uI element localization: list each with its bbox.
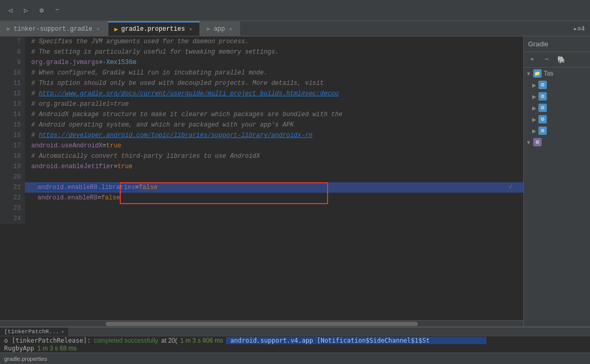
line-number-22: 22 <box>0 193 25 203</box>
gradle-panel-header: Gradle <box>524 36 590 52</box>
tab-app[interactable]: ▶ app ✕ <box>200 21 240 36</box>
code-line-19: 19android.enableJetifier=true <box>0 161 523 172</box>
tree-arrow-right-3: ▶ <box>532 105 536 111</box>
gradle-tree-item-2[interactable]: ▶ ⚙ <box>524 91 590 102</box>
gradle-tasks-folder-icon: 📁 <box>533 69 542 78</box>
line-number-10: 10 <box>0 68 25 78</box>
gradle-props-icon: ▶ <box>115 26 118 33</box>
line-code-7: # Specifies the JVM arguments used for t… <box>25 36 523 47</box>
code-line-16: 16# https://developer.android.com/topic/… <box>0 130 523 141</box>
tab-bar: ▶ tinker-support.gradle ✕ ▶ gradle.prope… <box>0 21 590 36</box>
code-line-20: 20 <box>0 172 523 182</box>
gradle-settings-icon: ⚙ <box>533 138 542 146</box>
code-line-22: 22android.enableR8 = false <box>0 193 523 203</box>
line-number-24: 24 <box>0 214 25 224</box>
line-number-8: 8 <box>0 47 25 57</box>
line-code-9: org.gradle.jvmargs=-Xmx1536m <box>25 57 523 68</box>
gradle-title: Gradle <box>528 40 548 48</box>
gradle-tree-item-1[interactable]: ▶ ⚙ <box>524 79 590 91</box>
line-code-22: android.enableR8 = false <box>25 193 523 203</box>
nav-back-button[interactable]: ◁ <box>4 4 17 17</box>
line-number-7: 7 <box>0 36 25 47</box>
log-status-1: completed successfully <box>94 337 158 344</box>
line-code-21: android.enableR8.libraries = false <box>25 182 523 193</box>
settings-button[interactable]: ⚙ <box>35 4 48 17</box>
tab-close-app[interactable]: ✕ <box>228 26 233 33</box>
scrollbar-thumb[interactable] <box>106 322 417 326</box>
status-bar: gradle.properties <box>0 353 590 364</box>
line-code-12: # http://www.gradle.org/docs/current/use… <box>25 89 523 99</box>
log-line-1: o [tinkerPatchRelease]: completed succes… <box>0 336 590 345</box>
line-number-23: 23 <box>0 203 25 214</box>
tab-label-active: gradle.properties <box>121 26 185 33</box>
line-code-16: # https://developer.android.com/topic/li… <box>25 130 523 141</box>
minimize-button[interactable]: − <box>51 4 64 17</box>
tree-arrow-right-2: ▶ <box>532 94 536 99</box>
tab-tinker-support-gradle[interactable]: ▶ tinker-support.gradle ✕ <box>0 21 108 36</box>
nav-forward-button[interactable]: ▷ <box>20 4 32 17</box>
gradle-tree-item-5[interactable]: ▶ ⚙ <box>524 125 590 136</box>
line-code-14: # AndroidX package structure to make it … <box>25 109 523 120</box>
horizontal-scrollbar[interactable] <box>0 320 523 327</box>
code-line-7: 7# Specifies the JVM arguments used for … <box>0 36 523 47</box>
tree-arrow-right-5: ▶ <box>532 128 536 134</box>
code-line-18: 18# Automatically convert third-party li… <box>0 151 523 161</box>
log-prefix-2: RugbyApp <box>4 345 34 352</box>
log-time-2: 1 m 3 s 68 ms <box>37 345 77 352</box>
line-number-9: 9 <box>0 57 25 68</box>
tab-gradle-properties[interactable]: ▶ gradle.properties ✕ <box>108 21 200 36</box>
line-code-13: # org.gradle.parallel=true <box>25 99 523 109</box>
line-code-15: # Android operating system, and which ar… <box>25 120 523 130</box>
gradle-tree-item-tasks[interactable]: ▼ 📁 Tas <box>524 68 590 79</box>
code-line-23: 23 <box>0 203 523 214</box>
tree-arrow-right-1: ▶ <box>532 82 536 88</box>
status-text: gradle.properties <box>4 356 47 362</box>
line-number-19: 19 <box>0 161 25 172</box>
log-suffix-1: at 20( <box>161 337 178 344</box>
line-code-10: # When configured, Gradle will run in in… <box>25 68 523 78</box>
bottom-tab-close[interactable]: ✕ <box>61 329 64 335</box>
code-line-17: 17android.useAndroidX=true <box>0 141 523 151</box>
gradle-tree-item-settings[interactable]: ▼ ⚙ <box>524 136 590 148</box>
gradle-subfolder-icon-4: ⚙ <box>538 115 547 123</box>
line-number-20: 20 <box>0 172 25 182</box>
line-code-20 <box>25 172 523 182</box>
tree-arrow-down-settings: ▼ <box>526 140 531 145</box>
code-lines-container: 7# Specifies the JVM arguments used for … <box>0 36 523 224</box>
bottom-panel: [tinkerPatchR... ✕ o [tinkerPatchRelease… <box>0 327 590 353</box>
line-number-13: 13 <box>0 99 25 109</box>
line-number-12: 12 <box>0 89 25 99</box>
tree-arrow-down: ▼ <box>526 71 531 77</box>
tab-close-gradle-props[interactable]: ✕ <box>188 26 193 33</box>
gradle-subfolder-icon-5: ⚙ <box>538 127 547 135</box>
bottom-tab-label: [tinkerPatchR... <box>4 329 59 335</box>
tab-overflow-button[interactable]: ▸≡4 <box>568 21 590 36</box>
line-number-18: 18 <box>0 151 25 161</box>
line-number-16: 16 <box>0 130 25 141</box>
tab-close-tinker[interactable]: ✕ <box>95 26 101 33</box>
tab-label-app: app <box>214 26 225 33</box>
gradle-subfolder-icon-2: ⚙ <box>538 92 547 101</box>
code-line-21: 21android.enableR8.libraries = false <box>0 182 523 193</box>
code-editor: 7# Specifies the JVM arguments used for … <box>0 36 523 320</box>
gradle-tree-item-3[interactable]: ▶ ⚙ <box>524 102 590 114</box>
gradle-subfolder-icon-1: ⚙ <box>538 81 547 89</box>
gradle-tree-item-4[interactable]: ▶ ⚙ <box>524 114 590 125</box>
bottom-tab-tinkerPatchR[interactable]: [tinkerPatchR... ✕ <box>0 328 68 336</box>
code-line-8: 8# The setting is particularly useful fo… <box>0 47 523 57</box>
gradle-add-button[interactable]: + <box>526 54 538 66</box>
app-icon: ▶ <box>207 25 210 33</box>
gradle-refresh-button[interactable]: 🐘 <box>555 54 568 66</box>
tree-arrow-right-4: ▶ <box>532 117 536 122</box>
code-line-10: 10# When configured, Gradle will run in … <box>0 68 523 78</box>
gradle-subfolder-icon-3: ⚙ <box>538 104 547 112</box>
log-line-2: RugbyApp 1 m 3 s 68 ms <box>0 345 590 353</box>
code-line-13: 13# org.gradle.parallel=true <box>0 99 523 109</box>
gradle-remove-button[interactable]: − <box>541 54 553 66</box>
log-time-1: 1 m 3 s 806 ms <box>180 337 223 344</box>
line-number-15: 15 <box>0 120 25 130</box>
line-code-19: android.enableJetifier=true <box>25 161 523 172</box>
line-number-17: 17 <box>0 141 25 151</box>
code-line-14: 14# AndroidX package structure to make i… <box>0 109 523 120</box>
gradle-file-icon: ▶ <box>7 25 10 33</box>
